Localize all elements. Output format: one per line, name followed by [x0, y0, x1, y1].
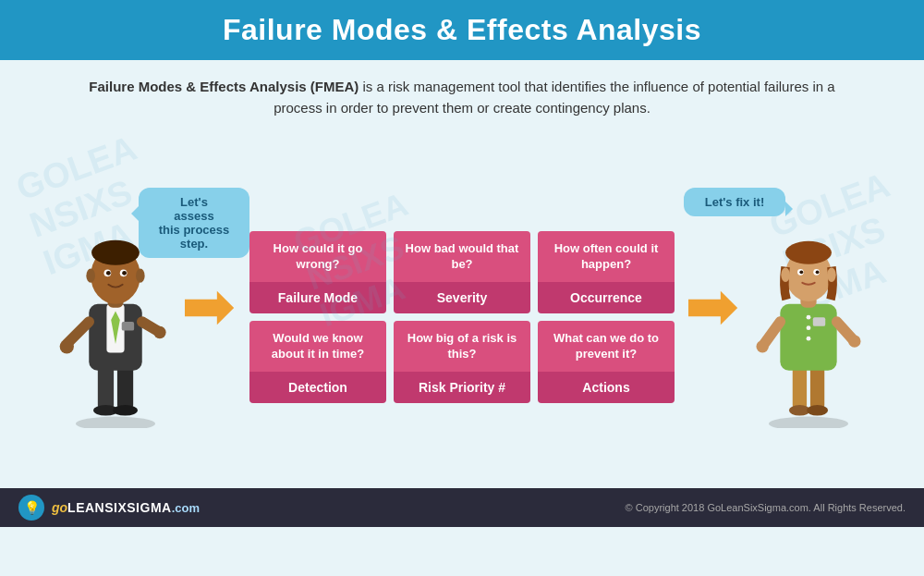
cell-bottom-severity: Severity: [394, 282, 530, 313]
footer-logo: 💡 goLEANSIXSIGMA.com: [18, 495, 200, 521]
svg-point-12: [153, 326, 165, 338]
subtitle-text: Failure Modes & Effects Analysis (FMEA) …: [74, 77, 850, 118]
svg-point-30: [807, 315, 811, 320]
grid-cell-actions: What can we do to prevent it? Actions: [538, 321, 675, 403]
svg-rect-8: [122, 322, 134, 331]
subtitle-area: Failure Modes & Effects Analysis (FMEA) …: [0, 60, 924, 128]
subtitle-rest: is a risk management tool that identifie…: [274, 79, 835, 116]
character-right-svg: [748, 215, 869, 428]
footer-copyright: © Copyright 2018 GoLeanSixSigma.com. All…: [626, 502, 906, 513]
grid-cell-occurrence: How often could it happen? Occurrence: [538, 231, 675, 313]
svg-point-24: [769, 417, 848, 428]
grid-cell-failure-mode: How could it go wrong? Failure Mode: [249, 231, 386, 313]
fmea-grid: How could it go wrong? Failure Mode How …: [249, 231, 675, 403]
svg-point-35: [756, 340, 768, 352]
grid-cell-risk-priority: How big of a risk is this? Risk Priority…: [394, 321, 530, 403]
arrow-left-svg: [185, 285, 236, 331]
footer-logo-text: goLEANSIXSIGMA.com: [52, 500, 200, 515]
arrow-right: [688, 285, 739, 331]
cell-bottom-risk-priority: Risk Priority #: [394, 372, 530, 403]
cell-bottom-failure-mode: Failure Mode: [249, 282, 386, 313]
svg-point-19: [122, 271, 127, 276]
cell-top-severity: How bad would that be?: [394, 231, 530, 282]
svg-point-18: [106, 271, 111, 276]
cell-top-risk-priority: How big of a risk is this?: [394, 321, 530, 372]
svg-point-40: [785, 241, 832, 264]
svg-point-31: [807, 325, 811, 330]
svg-point-4: [113, 405, 138, 416]
svg-point-46: [827, 268, 836, 282]
svg-point-43: [799, 270, 803, 274]
footer-logo-icon: 💡: [18, 495, 44, 521]
svg-point-15: [91, 240, 140, 265]
svg-point-45: [781, 268, 790, 282]
cell-bottom-detection: Detection: [249, 372, 386, 403]
grid-cell-severity: How bad would that be? Severity: [394, 231, 530, 313]
character-left: Let'sassessthis processstep.: [51, 215, 180, 428]
svg-point-21: [136, 269, 145, 283]
svg-point-37: [848, 335, 860, 347]
svg-point-10: [60, 339, 74, 353]
cell-top-failure-mode: How could it go wrong?: [249, 231, 386, 282]
cell-bottom-occurrence: Occurrence: [538, 282, 675, 313]
grid-cell-detection: Would we know about it in time? Detectio…: [249, 321, 386, 403]
bubble-right-text: Let's fix it!: [705, 195, 765, 209]
character-right: Let's fix it!: [744, 215, 873, 428]
svg-point-44: [816, 270, 820, 274]
arrow-right-svg: [688, 285, 739, 331]
svg-marker-22: [185, 291, 234, 325]
main-content: GOLEANSIXSIGMA GOLEANSIXSIGMA GOLEANSIXS…: [0, 128, 924, 488]
cell-bottom-actions: Actions: [538, 372, 675, 403]
cell-top-detection: Would we know about it in time?: [249, 321, 386, 372]
speech-bubble-left: Let'sassessthis processstep.: [139, 188, 249, 258]
cell-top-actions: What can we do to prevent it?: [538, 321, 675, 372]
grid-row-1: How could it go wrong? Failure Mode How …: [249, 231, 675, 313]
svg-rect-33: [813, 317, 825, 326]
svg-line-34: [764, 322, 780, 344]
subtitle-bold: Failure Modes & Effects Analysis (FMEA): [89, 79, 359, 94]
page-title: Failure Modes & Effects Analysis: [18, 13, 906, 47]
cell-top-occurrence: How often could it happen?: [538, 231, 675, 282]
grid-row-2: Would we know about it in time? Detectio…: [249, 321, 675, 403]
svg-point-28: [807, 405, 828, 416]
svg-point-32: [807, 337, 811, 341]
arrow-left: [185, 285, 236, 331]
svg-point-20: [86, 269, 95, 283]
bubble-left-text: Let'sassessthis processstep.: [159, 195, 230, 251]
footer: 💡 goLEANSIXSIGMA.com © Copyright 2018 Go…: [0, 488, 924, 527]
header: Failure Modes & Effects Analysis: [0, 0, 924, 60]
svg-point-0: [76, 417, 155, 428]
svg-marker-23: [688, 291, 737, 325]
speech-bubble-right: Let's fix it!: [684, 188, 785, 216]
